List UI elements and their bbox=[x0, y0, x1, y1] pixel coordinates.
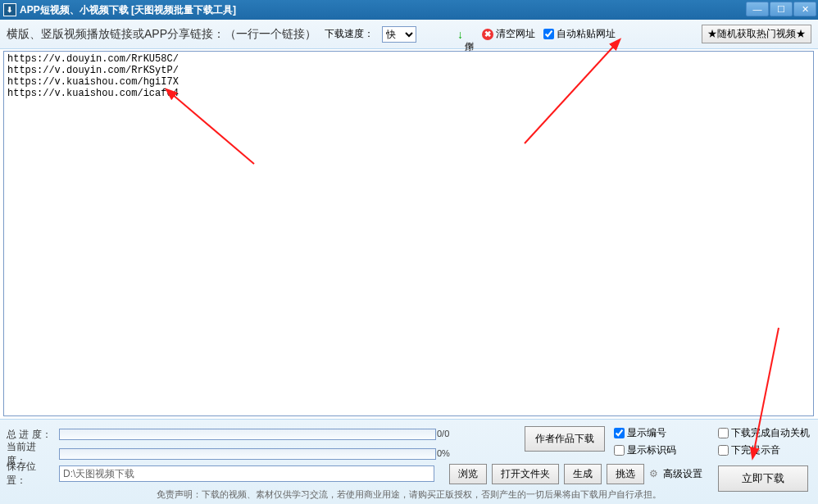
gear-icon: ⚙ bbox=[649, 468, 658, 479]
sound-checkbox[interactable]: 下完提示音 bbox=[718, 443, 780, 457]
open-folder-button[interactable]: 打开文件夹 bbox=[492, 464, 559, 484]
random-hot-button[interactable]: ★随机获取热门视频★ bbox=[702, 25, 811, 43]
author-works-button[interactable]: 作者作品下载 bbox=[525, 426, 605, 452]
titlebar: ⬇ APP短视频、小视频下载 [天图视频批量下载工具] — ☐ ✕ bbox=[0, 0, 818, 20]
show-code-checkbox[interactable]: 显示标识码 bbox=[614, 443, 676, 457]
close-button[interactable]: ✕ bbox=[793, 2, 816, 16]
down-arrow-icon: ↓ bbox=[457, 28, 463, 41]
total-progress-text: 0/0 bbox=[437, 429, 460, 438]
show-code-input[interactable] bbox=[614, 445, 625, 456]
mid-column: 作者作品下载 显示编号 显示标识码 bbox=[525, 426, 688, 457]
total-progress-label: 总 进 度： bbox=[7, 428, 54, 442]
clear-label: 清空网址 bbox=[496, 27, 535, 41]
auto-shutdown-label: 下载完成自动关机 bbox=[731, 426, 810, 440]
url-instruction-label: 横版、竖版视频播放链接或APP分享链接：（一行一个链接） bbox=[7, 27, 316, 42]
show-number-checkbox[interactable]: 显示编号 bbox=[614, 426, 676, 440]
show-number-input[interactable] bbox=[614, 428, 625, 438]
window-controls: — ☐ ✕ bbox=[746, 2, 816, 16]
current-progress-bar: 0% bbox=[59, 448, 436, 460]
clear-icon: ✖ bbox=[482, 29, 493, 40]
pick-button[interactable]: 挑选 bbox=[607, 464, 644, 484]
show-code-label: 显示标识码 bbox=[627, 443, 676, 457]
auto-paste-input[interactable] bbox=[543, 29, 554, 39]
maximize-button[interactable]: ☐ bbox=[770, 2, 793, 16]
save-path-label: 保存位置： bbox=[7, 460, 54, 488]
save-path-input[interactable] bbox=[59, 465, 434, 482]
speed-select[interactable]: 快 bbox=[382, 26, 416, 43]
sound-label: 下完提示音 bbox=[731, 443, 780, 457]
total-progress-bar: 0/0 bbox=[59, 429, 436, 440]
sort-button[interactable]: ↓ 倒序 bbox=[457, 28, 474, 41]
bottom-panel: 总 进 度： 0/0 当前进度： 0% 保存位置： 浏览 打开文件夹 生成 挑选… bbox=[0, 419, 818, 504]
disclaimer-text: 免责声明：下载的视频、素材仅供学习交流，若使用商业用途，请购买正版授权，否则产生… bbox=[0, 488, 818, 501]
speed-label: 下载速度： bbox=[325, 27, 374, 41]
url-textarea[interactable] bbox=[3, 51, 814, 416]
generate-button[interactable]: 生成 bbox=[564, 464, 602, 484]
show-number-label: 显示编号 bbox=[627, 426, 666, 440]
browse-button[interactable]: 浏览 bbox=[449, 464, 487, 484]
right-column: 下载完成自动关机 下完提示音 立即下载 bbox=[718, 426, 810, 492]
advanced-settings-link[interactable]: 高级设置 bbox=[663, 467, 702, 481]
auto-shutdown-input[interactable] bbox=[718, 428, 729, 438]
toolbar: 横版、竖版视频播放链接或APP分享链接：（一行一个链接） 下载速度： 快 ↓ 倒… bbox=[0, 20, 818, 49]
minimize-button[interactable]: — bbox=[746, 2, 769, 16]
current-progress-text: 0% bbox=[437, 448, 460, 458]
sound-input[interactable] bbox=[718, 445, 729, 456]
app-icon: ⬇ bbox=[3, 3, 16, 16]
auto-paste-checkbox[interactable]: 自动粘贴网址 bbox=[543, 27, 616, 41]
auto-paste-label: 自动粘贴网址 bbox=[557, 27, 616, 41]
auto-shutdown-checkbox[interactable]: 下载完成自动关机 bbox=[718, 426, 810, 440]
window-title: APP短视频、小视频下载 [天图视频批量下载工具] bbox=[20, 3, 236, 17]
clear-urls-button[interactable]: ✖ 清空网址 bbox=[482, 27, 535, 41]
